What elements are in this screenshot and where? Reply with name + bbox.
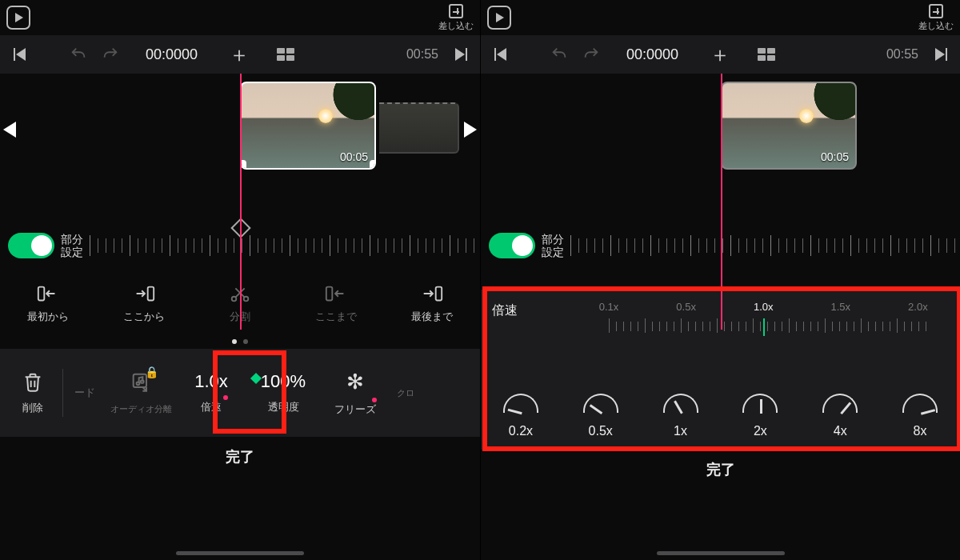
svg-rect-0 (38, 287, 45, 301)
play-button[interactable] (487, 6, 511, 30)
speed-preset-label: 1x (674, 424, 687, 438)
go-start-button[interactable] (5, 40, 34, 69)
playhead[interactable] (240, 74, 242, 330)
trim-from-here[interactable]: ここから (108, 284, 180, 324)
tool-delete[interactable]: 削除 (5, 370, 61, 415)
tool-freeze[interactable]: ✻ フリーズ (321, 370, 390, 417)
insert-label: 差し込む (918, 20, 954, 32)
redo-button[interactable] (96, 40, 125, 69)
home-indicator (657, 551, 785, 555)
topstrip: 差し込む (0, 0, 480, 35)
play-icon (15, 13, 23, 22)
tool-speed[interactable]: 1.0x 倍速 (177, 371, 246, 414)
speed-preset[interactable]: 0.5x (569, 394, 633, 438)
speed-scale[interactable]: 0.1x0.5x1.0x1.5x2.0x (609, 301, 952, 341)
speed-preset[interactable]: 1x (649, 394, 713, 438)
speed-scale-label: 1.0x (754, 301, 774, 313)
pane-right: 差し込む 00:0000 ＋ 00:55 00:05 (480, 0, 960, 560)
speed-preset[interactable]: 2x (728, 394, 792, 438)
done-button[interactable]: 完了 (0, 437, 480, 477)
gauge-icon (663, 394, 698, 413)
timecode: 00:0000 (626, 46, 678, 63)
gauge-icon (583, 394, 618, 413)
insert-icon (449, 4, 463, 18)
speed-cursor[interactable] (763, 318, 765, 336)
svg-rect-1 (148, 287, 154, 301)
done-button[interactable]: 完了 (481, 450, 960, 490)
step-fwd-button[interactable] (446, 40, 475, 69)
pane-left: 差し込む 00:0000 ＋ 00:55 00:05 (0, 0, 480, 560)
insert-button[interactable]: 差し込む (918, 4, 954, 32)
speed-preset-label: 2x (754, 424, 767, 438)
insert-button[interactable]: 差し込む (438, 4, 474, 32)
speed-scale-label: 2.0x (908, 301, 928, 313)
step-fwd-button[interactable] (926, 40, 955, 69)
clip[interactable]: 00:05 (721, 82, 857, 170)
insert-label: 差し込む (438, 20, 474, 32)
playhead[interactable] (721, 74, 722, 330)
ruler[interactable] (90, 234, 472, 258)
clip-handle-right[interactable]: › (370, 160, 376, 170)
tool-audio-split[interactable]: 🔒 オーディオ分離 (105, 370, 177, 415)
plus-icon: ＋ (229, 41, 250, 69)
plus-icon: ＋ (710, 41, 730, 69)
svg-rect-5 (436, 287, 442, 301)
gauge-icon (503, 394, 538, 413)
clip-duration: 00:05 (821, 150, 849, 163)
undo-button[interactable] (545, 40, 574, 69)
speed-preset-label: 8x (914, 424, 927, 438)
trim-to-end[interactable]: 最後まで (396, 284, 468, 324)
ruler[interactable] (570, 234, 952, 258)
speed-preset[interactable]: 4x (808, 394, 872, 438)
partial-toggle[interactable] (8, 233, 54, 258)
speed-preset[interactable]: 8x (888, 394, 952, 438)
undo-button[interactable] (64, 40, 93, 69)
go-start-button[interactable] (486, 40, 514, 69)
grid-icon (758, 48, 775, 61)
duration: 00:55 (886, 47, 918, 62)
tool-mode[interactable]: ード (65, 386, 105, 400)
snowflake-icon: ✻ (346, 370, 364, 394)
speed-presets: 0.2x0.5x1x2x4x8x (481, 394, 960, 438)
speed-preset-label: 0.5x (589, 424, 613, 438)
speed-preset[interactable]: 0.2x (489, 394, 553, 438)
speed-preset-label: 0.2x (509, 424, 533, 438)
play-button[interactable] (6, 6, 30, 30)
add-button[interactable]: ＋ (706, 40, 734, 69)
layout-button[interactable] (752, 40, 781, 69)
partial-toggle-label: 部分設定 (61, 233, 83, 258)
trim-from-start[interactable]: 最初から (12, 284, 84, 324)
toolbar: 00:0000 ＋ 00:55 (481, 35, 960, 74)
ghost-clip (379, 102, 459, 154)
speed-scale-label: 1.5x (831, 301, 851, 313)
home-indicator (176, 551, 304, 555)
timecode: 00:0000 (146, 46, 198, 63)
clip[interactable]: 00:05 ‹ › (240, 82, 376, 170)
timeline[interactable]: 00:05 ‹ › (0, 74, 480, 218)
play-icon (496, 13, 504, 22)
partial-toggle-label: 部分設定 (542, 233, 564, 258)
layout-button[interactable] (271, 40, 300, 69)
topstrip: 差し込む (481, 0, 960, 35)
gauge-icon (822, 394, 858, 413)
speed-scale-label: 0.1x (599, 301, 619, 313)
insert-icon (929, 4, 943, 18)
speed-scale-label: 0.5x (676, 301, 696, 313)
redo-button[interactable] (577, 40, 606, 69)
gauge-icon (742, 394, 778, 413)
add-button[interactable]: ＋ (225, 40, 254, 69)
prev-clip-icon[interactable] (3, 122, 16, 138)
tool-opacity[interactable]: 100% 透明度 (246, 371, 321, 414)
svg-point-7 (137, 382, 140, 385)
timeline[interactable]: 00:05 (481, 74, 960, 218)
partial-toggle[interactable] (489, 233, 535, 258)
tool-crop[interactable]: クロ (390, 387, 422, 399)
trim-to-here[interactable]: ここまで (300, 284, 372, 324)
duration: 00:55 (406, 47, 438, 62)
gauge-icon (902, 394, 938, 413)
clip-duration: 00:05 (340, 150, 368, 163)
toolstrip-left: 削除 ード 🔒 オーディオ分離 1.0x 倍速 100% 透明度 ✻ フリーズ (0, 349, 480, 437)
next-clip-icon[interactable] (464, 122, 477, 138)
speed-preset-label: 4x (834, 424, 847, 438)
svg-rect-4 (326, 287, 333, 301)
